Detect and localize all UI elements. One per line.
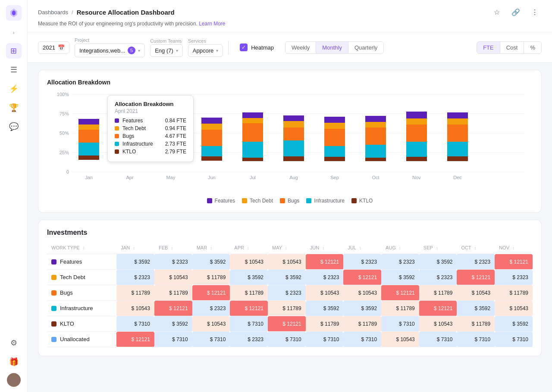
value-cell: $ 3592 — [116, 254, 154, 270]
sidebar-item-messages[interactable]: 💬 — [6, 119, 22, 134]
col-jan[interactable]: JAN ↕ — [116, 242, 154, 254]
svg-text:0: 0 — [66, 169, 69, 174]
metric-fte-button[interactable]: FTE — [477, 42, 500, 53]
services-label: Services — [188, 38, 223, 44]
sidebar-item-activity[interactable]: ⚡ — [6, 81, 22, 96]
svg-text:Jul: Jul — [250, 175, 256, 180]
bar-jan[interactable]: Jan — [78, 119, 99, 180]
legend-features-label: Features — [215, 198, 235, 204]
value-cell: $ 2323 — [116, 270, 154, 285]
bar-aug[interactable]: Aug — [283, 115, 304, 180]
user-avatar[interactable] — [7, 373, 21, 387]
breadcrumb-dashboards[interactable]: Dashboards — [38, 9, 68, 16]
col-jun[interactable]: JUN ↕ — [306, 242, 344, 254]
bar-jun[interactable]: Jun — [201, 118, 222, 180]
col-nov[interactable]: NOV ↕ — [495, 242, 533, 254]
col-apr[interactable]: APR ↕ — [230, 242, 268, 254]
checkbox-checked-icon: ✓ — [240, 44, 248, 51]
sidebar-collapse-icon[interactable]: › — [9, 28, 19, 38]
col-aug[interactable]: AUG ↕ — [381, 242, 419, 254]
svg-rect-57 — [365, 116, 386, 122]
value-cell: $ 12121 — [154, 301, 192, 316]
svg-rect-61 — [406, 124, 427, 142]
col-worktype[interactable]: WORK TYPE ↕ — [47, 242, 116, 254]
value-cell: $ 10543 — [306, 285, 344, 301]
value-cell: $ 7310 — [116, 316, 154, 332]
period-weekly-button[interactable]: Weekly — [285, 42, 316, 53]
svg-text:Dec: Dec — [453, 175, 462, 180]
svg-rect-54 — [365, 145, 386, 158]
svg-rect-60 — [406, 142, 427, 157]
value-cell: $ 12121 — [230, 301, 268, 316]
period-quarterly-button[interactable]: Quarterly — [348, 42, 383, 53]
svg-text:Nov: Nov — [412, 175, 421, 180]
bar-dec[interactable]: Dec — [447, 112, 468, 180]
svg-text:100%: 100% — [57, 92, 69, 97]
svg-rect-33 — [201, 118, 222, 124]
value-cell: $ 3592 — [495, 316, 533, 332]
tooltip-bugs-value: 4.67 FTE — [165, 133, 186, 139]
more-options-button[interactable]: ⋮ — [528, 5, 542, 19]
app-logo[interactable] — [6, 5, 22, 21]
value-cell: $ 12121 — [381, 285, 419, 301]
sidebar-item-settings[interactable]: ⚙ — [6, 335, 22, 351]
bar-oct[interactable]: Oct — [365, 116, 386, 180]
value-cell: $ 2323 — [495, 270, 533, 285]
bar-nov[interactable]: Nov — [406, 112, 427, 180]
svg-rect-30 — [201, 146, 222, 156]
value-cell: $ 10543 — [457, 285, 495, 301]
bar-sep[interactable]: Sep — [324, 117, 345, 180]
sidebar-item-goals[interactable]: 🏆 — [6, 100, 22, 115]
tooltip-row-infra: Infrastructure 2.73 FTE — [115, 141, 186, 147]
investments-title: Investments — [47, 229, 533, 236]
col-sep[interactable]: SEP ↕ — [419, 242, 457, 254]
work-type-cell: Bugs — [51, 289, 112, 296]
work-type-label: Features — [60, 258, 82, 265]
metric-cost-button[interactable]: Cost — [500, 42, 524, 53]
svg-rect-59 — [406, 157, 427, 161]
svg-rect-38 — [242, 118, 263, 123]
svg-rect-48 — [324, 146, 345, 157]
sidebar-item-dashboards[interactable]: ⊞ — [6, 43, 22, 59]
heatmap-toggle[interactable]: ✓ Heatmap — [234, 41, 280, 54]
legend-techdebt: Tech Debt — [242, 198, 273, 204]
legend-infra-label: Infrastructure — [314, 198, 345, 204]
value-cell: $ 7310 — [154, 332, 192, 347]
year-selector[interactable]: 2021 📅 — [38, 41, 69, 54]
sidebar-item-reports[interactable]: ☰ — [6, 62, 22, 78]
col-jul[interactable]: JUL ↕ — [343, 242, 381, 254]
value-cell: $ 3592 — [306, 301, 344, 316]
work-type-cell: Infrastructure — [51, 305, 112, 311]
bar-jul[interactable]: Jul — [242, 112, 263, 180]
tooltip-bugs-dot — [115, 134, 119, 138]
value-cell: $ 3592 — [419, 254, 457, 270]
value-cell: $ 11789 — [230, 285, 268, 301]
table-row: KLTO $ 7310$ 3592$ 10543$ 7310$ 12121$ 1… — [47, 316, 533, 332]
col-mar[interactable]: MAR ↕ — [192, 242, 230, 254]
legend-features-dot — [207, 198, 212, 203]
teams-label: Custom Teams — [150, 38, 183, 44]
col-may[interactable]: MAY ↕ — [268, 242, 306, 254]
teams-selector[interactable]: Eng (7) ▾ — [150, 44, 183, 57]
sidebar-item-gift[interactable]: 🎁 — [6, 354, 22, 370]
services-selector[interactable]: Appcore ▾ — [188, 44, 223, 57]
svg-text:Jun: Jun — [208, 175, 216, 180]
work-type-cell: Unallocated — [51, 336, 112, 342]
period-monthly-button[interactable]: Monthly — [316, 42, 348, 53]
learn-more-link[interactable]: Learn More — [199, 21, 225, 27]
col-feb[interactable]: FEB ↕ — [154, 242, 192, 254]
work-type-label: KLTO — [60, 320, 74, 327]
value-cell: $ 11789 — [381, 301, 419, 316]
svg-text:Apr: Apr — [126, 175, 133, 180]
chart-tooltip: Allocation Breakdown April 2021 Features… — [107, 95, 194, 162]
share-button[interactable]: 🔗 — [509, 5, 523, 19]
project-selector[interactable]: Integrations,web... 5 ▾ — [75, 44, 145, 57]
favorite-button[interactable]: ☆ — [490, 5, 504, 19]
legend-ktlo-dot — [351, 198, 357, 203]
metric-percent-button[interactable]: % — [524, 42, 541, 53]
svg-rect-53 — [365, 158, 386, 161]
value-cell: $ 11789 — [306, 316, 344, 332]
year-value: 2021 — [43, 44, 55, 51]
col-oct[interactable]: OCT ↕ — [457, 242, 495, 254]
value-cell: $ 2323 — [381, 254, 419, 270]
